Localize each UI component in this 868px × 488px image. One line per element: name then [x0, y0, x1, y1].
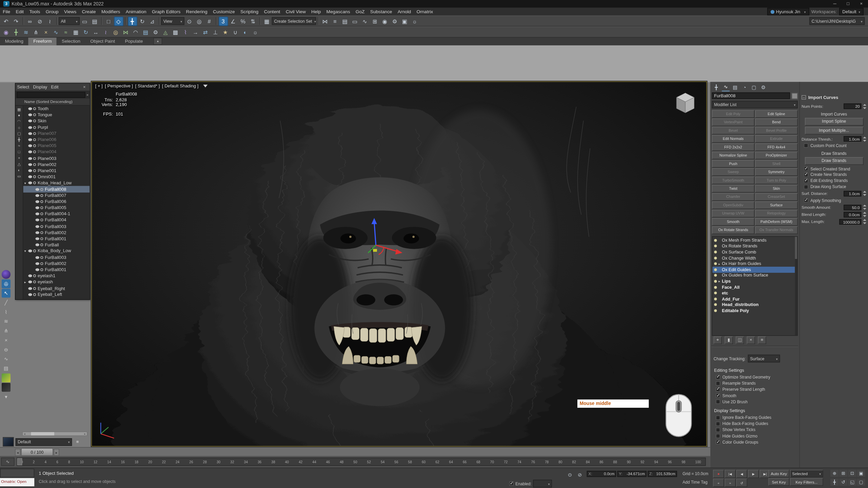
- select-cursor-icon[interactable]: ↖: [2, 289, 11, 298]
- guide-paint-icon[interactable]: ⌇: [181, 27, 190, 37]
- key-mode-icon[interactable]: ●: [713, 470, 724, 478]
- modifier-button[interactable]: Shell: [755, 160, 798, 168]
- settings-checkbox-row[interactable]: Draw Along Surface: [802, 184, 866, 190]
- visibility-eye-icon[interactable]: [35, 188, 39, 190]
- x-coordinate-field[interactable]: X:0.0cm: [587, 471, 616, 477]
- stack-expand-icon[interactable]: [718, 262, 722, 265]
- next-key-icon[interactable]: »: [725, 479, 736, 487]
- viewport-filter-icon[interactable]: [203, 85, 207, 87]
- explorer-item[interactable]: FurBall004: [23, 217, 90, 223]
- menu-item[interactable]: Animation: [123, 8, 149, 16]
- modifier-stack-item[interactable]: Add_Fur: [712, 296, 795, 302]
- visibility-eye-icon[interactable]: [28, 176, 32, 178]
- menu-item[interactable]: GoZ: [353, 8, 368, 16]
- filter-groups-icon[interactable]: □: [16, 149, 22, 155]
- rectangular-region-icon[interactable]: □: [104, 16, 113, 26]
- filter-helpers-icon[interactable]: ╋: [16, 137, 22, 143]
- enabled-checkbox[interactable]: [509, 481, 514, 486]
- material-swatch[interactable]: [3, 437, 14, 447]
- explorer-menu-item[interactable]: Display: [33, 85, 47, 90]
- modifier-stack-item[interactable]: Ox Guides from Surface: [712, 272, 795, 278]
- time-slider[interactable]: ◂ 0 / 100 ▸: [0, 447, 710, 456]
- window-crossing-icon[interactable]: ◇: [114, 16, 123, 26]
- menu-item[interactable]: Substance: [368, 8, 395, 16]
- explorer-item[interactable]: FurBall001: [23, 236, 90, 242]
- enabled-dropdown[interactable]: [533, 480, 552, 488]
- import-multiple-button[interactable]: Import Multiple...: [805, 127, 863, 135]
- explorer-search-clear-icon[interactable]: ×: [86, 93, 89, 97]
- unlink-selection-icon[interactable]: ⊘: [35, 16, 45, 26]
- blend-length-spinner[interactable]: [863, 212, 866, 217]
- zoom-extents-icon[interactable]: ⊡: [848, 470, 856, 477]
- named-selection-set-dropdown[interactable]: Create Selection Set: [272, 17, 316, 25]
- modifier-button[interactable]: CreaseSet: [755, 193, 798, 201]
- modifier-button[interactable]: Skin: [755, 185, 798, 192]
- explorer-item[interactable]: Koba_Body_Low: [23, 248, 90, 254]
- import-spline-button[interactable]: Import Spline: [805, 118, 863, 126]
- menu-item[interactable]: Tools: [26, 8, 43, 16]
- ribbon-tab[interactable]: Populate: [120, 38, 148, 45]
- checkbox[interactable]: [804, 179, 808, 183]
- modifier-stack-item[interactable]: Ox Rotate Strands: [712, 243, 795, 249]
- checkbox[interactable]: [716, 393, 720, 398]
- checkbox[interactable]: [804, 198, 808, 203]
- visibility-eye-icon[interactable]: [28, 287, 32, 290]
- key-filters-button[interactable]: Key Filters...: [790, 478, 823, 486]
- angle-snap-icon[interactable]: ∠: [228, 16, 238, 26]
- preset-icon[interactable]: ★: [221, 27, 230, 37]
- modifier-button[interactable]: Bevel: [712, 127, 755, 135]
- modifier-bulb-icon[interactable]: [714, 303, 717, 306]
- isolate-selection-icon[interactable]: ⊙: [566, 471, 574, 479]
- filter-lights-icon[interactable]: ☼: [16, 124, 22, 130]
- settings-checkbox-row[interactable]: Show Vertex Ticks: [711, 427, 798, 433]
- menu-item[interactable]: Help: [309, 8, 323, 16]
- smooth-tool-icon[interactable]: ∿: [2, 355, 11, 364]
- minimize-button[interactable]: ─: [828, 0, 841, 8]
- menu-item[interactable]: Rendering: [183, 8, 210, 16]
- checkbox[interactable]: [716, 428, 720, 432]
- select-scale-icon[interactable]: ⊿: [147, 16, 157, 26]
- explorer-menu-item[interactable]: Select: [17, 85, 29, 90]
- align-icon[interactable]: ≡: [330, 16, 340, 26]
- previous-key-icon[interactable]: «: [713, 479, 724, 487]
- checkbox[interactable]: [716, 422, 720, 426]
- settings-checkbox-row[interactable]: Optimize Strand Geometry: [711, 374, 798, 380]
- viewport-label-segment[interactable]: [ Perspective ]: [105, 84, 133, 89]
- surface-distance-spinner[interactable]: [863, 191, 866, 196]
- explorer-item[interactable]: Plane001: [23, 167, 90, 174]
- visibility-eye-icon[interactable]: [28, 144, 32, 147]
- maxscript-mini-listener[interactable]: Ornatrix: Open: [0, 478, 34, 486]
- select-link-icon[interactable]: ∞: [25, 16, 35, 26]
- show-guides-icon[interactable]: ◎: [2, 279, 11, 288]
- explorer-item[interactable]: eyelash: [23, 279, 90, 285]
- explorer-item[interactable]: FurBall003: [23, 254, 90, 260]
- settings-checkbox-row[interactable]: Hide Guides Gizmo: [711, 433, 798, 439]
- scrollbar-thumb[interactable]: [31, 432, 54, 435]
- explorer-item[interactable]: Plane006: [23, 137, 90, 143]
- modifier-stack-item[interactable]: Ox Mesh From Strands: [712, 237, 795, 243]
- comb-brush-icon[interactable]: ⋔: [31, 27, 41, 37]
- cut-tool-icon[interactable]: ×: [2, 336, 11, 345]
- previous-frame-icon[interactable]: ◀: [736, 470, 747, 478]
- modifier-bulb-icon[interactable]: [714, 298, 717, 300]
- scroll-left-icon[interactable]: ◂: [23, 432, 26, 435]
- explorer-item[interactable]: Purpl: [23, 124, 90, 130]
- visibility-eye-icon[interactable]: [28, 132, 32, 135]
- user-account-button[interactable]: Hyunsuk Jin: [767, 8, 809, 16]
- viewport-label-segment[interactable]: [ + ]: [95, 84, 103, 89]
- viewport-label-segment[interactable]: [ Standard* ]: [135, 84, 160, 89]
- titlebar[interactable]: 3 Koba_Low05.max - Autodesk 3ds Max 2022…: [0, 0, 868, 8]
- visibility-eye-icon[interactable]: [35, 219, 39, 222]
- hierarchy-tab-icon[interactable]: ▤: [731, 84, 739, 91]
- zoom-all-icon[interactable]: ⊞: [839, 470, 847, 477]
- modifier-button[interactable]: FFD 2x2x2: [712, 143, 755, 151]
- cut-hair-icon[interactable]: ×: [41, 27, 51, 37]
- explorer-item[interactable]: FurBall005: [23, 205, 90, 211]
- modifier-button[interactable]: Bend: [755, 118, 798, 126]
- filter-bones-icon[interactable]: △: [16, 161, 22, 167]
- previous-frame-arrow[interactable]: ◂: [15, 449, 20, 456]
- modifier-button[interactable]: Surface: [755, 201, 798, 209]
- expand-arrow-icon[interactable]: [24, 181, 28, 185]
- num-points-field[interactable]: 20: [844, 103, 861, 109]
- modifier-button[interactable]: Retopology: [755, 210, 798, 218]
